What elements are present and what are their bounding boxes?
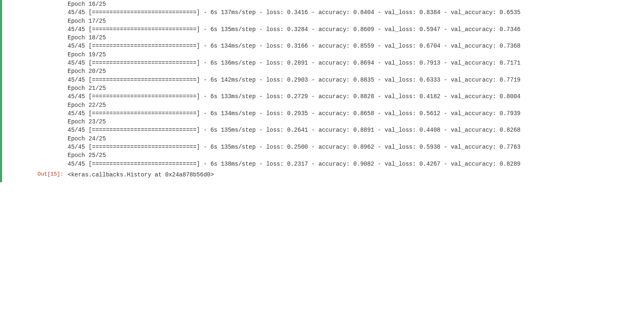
output-prompt-label: Out[15]: [3, 171, 68, 178]
execute-result-value: <keras.callbacks.History at 0x24a878b56d… [68, 171, 641, 179]
cell-inner: Epoch 16/25 45/45 [=====================… [3, 0, 641, 179]
notebook-output-cell: Epoch 16/25 45/45 [=====================… [0, 0, 644, 182]
training-log-output: Epoch 16/25 45/45 [=====================… [68, 0, 641, 168]
stdout-row: Epoch 16/25 45/45 [=====================… [3, 0, 641, 168]
stdout-prompt-gutter [3, 0, 68, 8]
execute-result-row: Out[15]: <keras.callbacks.History at 0x2… [3, 171, 641, 179]
